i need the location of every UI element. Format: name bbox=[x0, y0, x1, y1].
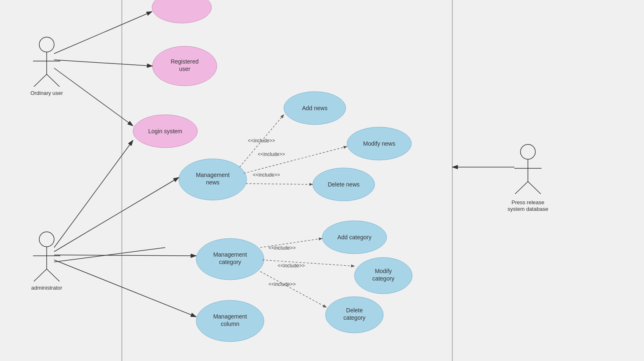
node-add-category-label: Add category bbox=[337, 234, 372, 241]
node-management-category-label1: Management bbox=[213, 251, 247, 258]
include-label-3: <<include>> bbox=[253, 172, 280, 178]
node-delete-category-label1: Delete bbox=[346, 307, 363, 314]
node-login-system-label: Login system bbox=[148, 128, 182, 134]
node-modify-category-label1: Modify bbox=[375, 268, 392, 274]
include-label-4: <<include>> bbox=[269, 245, 296, 251]
actor-press-release-label-line2: system database bbox=[508, 206, 548, 212]
node-delete-news-label: Delete news bbox=[328, 181, 359, 188]
actor-ordinary-user-label: Ordinary user bbox=[31, 90, 63, 96]
node-management-column-label2: column bbox=[221, 321, 239, 327]
uml-diagram-svg: Ordinary user administrator Press releas… bbox=[0, 0, 644, 361]
actor-press-release-label-line1: Press release bbox=[511, 199, 544, 205]
node-management-category-label2: category bbox=[219, 259, 241, 265]
node-modify-category-label2: category bbox=[372, 275, 394, 282]
node-add-news-label: Add news bbox=[302, 105, 327, 111]
node-management-column-label1: Management bbox=[213, 313, 247, 320]
actor-administrator-label: administrator bbox=[31, 285, 62, 291]
node-delete-category-label2: category bbox=[343, 314, 366, 321]
include-label-2: <<include>> bbox=[258, 151, 285, 157]
node-management-news-label2: news bbox=[206, 179, 220, 186]
include-label-1: <<include>> bbox=[248, 138, 275, 144]
include-label-6: <<include>> bbox=[269, 281, 296, 287]
node-registered-user-label2: user bbox=[179, 66, 190, 72]
include-label-5: <<include>> bbox=[278, 263, 305, 269]
diagram-container: Ordinary user administrator Press releas… bbox=[0, 0, 644, 361]
node-registered-user-label1: Registered bbox=[171, 58, 199, 65]
node-modify-news-label: Modify news bbox=[363, 140, 395, 147]
node-management-news-label1: Management bbox=[196, 172, 230, 178]
